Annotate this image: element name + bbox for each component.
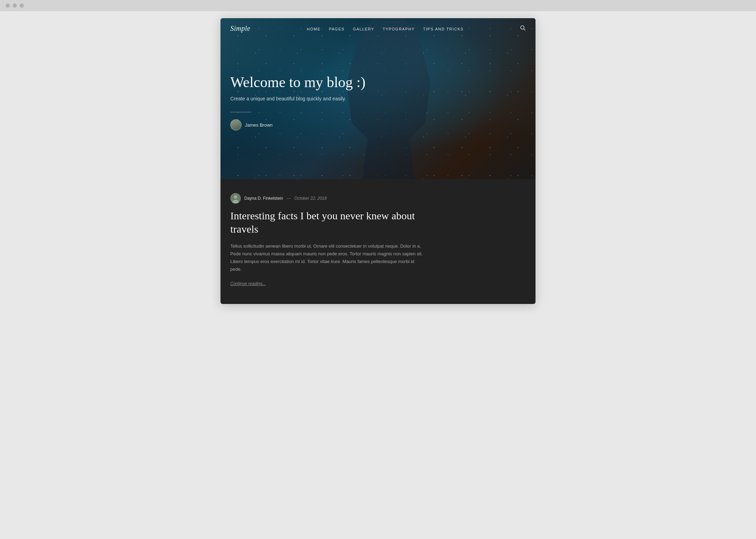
hero-section: Simple HOME PAGES GALLERY TYPOGRAPHY (220, 18, 536, 179)
hero-content: Welcome to my blog :) Create a unique an… (220, 39, 536, 179)
post-meta: Dayna D. Finkelstein — October 22, 2018 (230, 193, 526, 204)
nav-link-tips[interactable]: TIPS AND TRICKS (423, 27, 464, 31)
hero-title: Welcome to my blog :) (230, 73, 412, 91)
svg-line-1 (524, 29, 525, 30)
hero-author: James Brown (230, 119, 526, 130)
post-meta-separator: — (287, 196, 291, 201)
search-icon[interactable] (520, 25, 526, 32)
post-title: Interesting facts I bet you never knew a… (230, 209, 440, 235)
svg-point-0 (520, 26, 524, 29)
post-excerpt: Tellus sollicitudin aenean libero morbi … (230, 242, 426, 273)
svg-point-3 (234, 195, 237, 199)
nav-link-typography[interactable]: TYPOGRAPHY (383, 27, 414, 31)
nav-link-home[interactable]: HOME (307, 27, 321, 31)
post-author-avatar (230, 193, 241, 204)
hero-divider (230, 112, 251, 112)
avatar-image (231, 120, 241, 130)
nav-links: HOME PAGES GALLERY TYPOGRAPHY TIPS AND T… (307, 26, 464, 32)
hero-author-name: James Brown (245, 122, 273, 128)
hero-subtitle: Create a unique and beautiful blog quick… (230, 96, 526, 101)
nav-item-home[interactable]: HOME (307, 26, 321, 32)
nav-item-typography[interactable]: TYPOGRAPHY (383, 26, 414, 32)
hero-author-avatar (230, 119, 241, 130)
nav-item-tips[interactable]: TIPS AND TRICKS (423, 26, 464, 32)
window-chrome (0, 0, 756, 11)
nav-item-gallery[interactable]: GALLERY (353, 26, 374, 32)
traffic-light-close[interactable] (6, 3, 10, 8)
browser-container: Simple HOME PAGES GALLERY TYPOGRAPHY (210, 11, 546, 318)
browser-window: Simple HOME PAGES GALLERY TYPOGRAPHY (220, 18, 536, 304)
nav-item-pages[interactable]: PAGES (329, 26, 345, 32)
post-author-name: Dayna D. Finkelstein (244, 196, 283, 201)
site-brand[interactable]: Simple (230, 24, 250, 33)
navigation: Simple HOME PAGES GALLERY TYPOGRAPHY (220, 18, 536, 39)
traffic-light-minimize[interactable] (13, 3, 17, 8)
nav-link-pages[interactable]: PAGES (329, 27, 345, 31)
post-date: October 22, 2018 (294, 196, 327, 201)
continue-reading-link[interactable]: Continue reading... (230, 281, 266, 286)
traffic-light-maximize[interactable] (20, 3, 24, 8)
blog-section: Dayna D. Finkelstein — October 22, 2018 … (220, 179, 536, 304)
nav-link-gallery[interactable]: GALLERY (353, 27, 374, 31)
